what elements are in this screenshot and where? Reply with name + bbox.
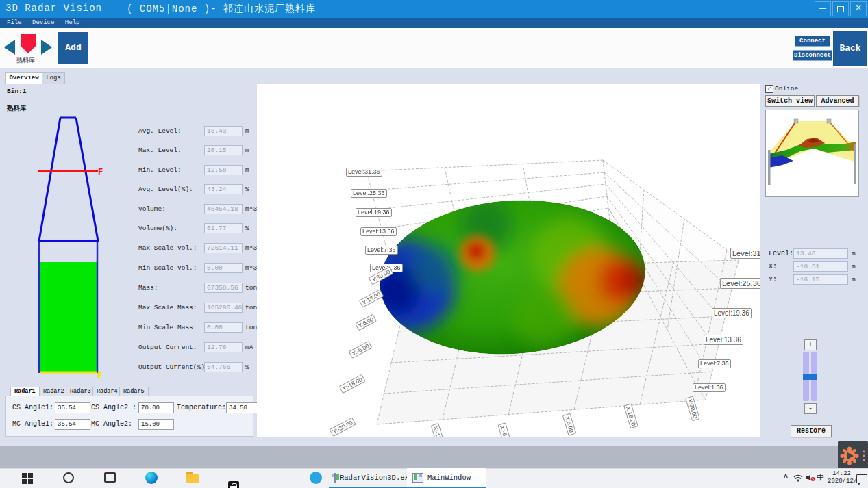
level-label: Level:1.36: [693, 383, 726, 392]
cs-angle2-label: CS Angle2 :: [91, 404, 136, 411]
mc-angle2-field[interactable]: 15.00: [138, 419, 174, 430]
recorder-widget[interactable]: [838, 441, 868, 471]
cursor-x-label: X:: [769, 263, 777, 270]
menu-file[interactable]: File: [7, 18, 22, 28]
restore-button[interactable]: [832, 1, 849, 16]
volume-muted-icon[interactable]: [806, 474, 815, 488]
stat-label: Output Current(%):: [138, 363, 209, 371]
clock[interactable]: 14:22 2020/12/7: [828, 470, 851, 488]
clock-date: 2020/12/7: [828, 478, 851, 485]
stat-unit: ton: [245, 324, 257, 331]
stat-value: 46454.18: [204, 204, 243, 214]
tab-radar5[interactable]: Radar5: [119, 387, 149, 396]
stat-value: 12.76: [204, 342, 243, 352]
mc-angle1-label: MC Angle1:: [12, 420, 53, 428]
stat-label: Avg. Level:: [138, 127, 182, 135]
switch-view-button[interactable]: Switch view: [765, 95, 815, 107]
toolbar: [0, 28, 868, 68]
app-window-icon: [334, 473, 336, 483]
restore-view-button[interactable]: Restore: [791, 425, 832, 437]
surface-plot-3d[interactable]: Level:31.36 Level:25.36 Level:19.36 Leve…: [257, 84, 760, 437]
stat-value: 72614.11: [204, 243, 243, 253]
cursor-level-unit: m: [852, 250, 856, 257]
stat-label: Output Current:: [138, 344, 197, 351]
prev-bin-arrow-icon[interactable]: [4, 40, 15, 55]
level-label: Level:31.36: [346, 168, 382, 177]
stat-unit: m^3: [245, 205, 257, 213]
zoom-slider-handle[interactable]: [803, 374, 817, 380]
silo-icon-label: 熟料库: [16, 56, 35, 65]
start-icon[interactable]: [22, 473, 33, 484]
disconnect-button[interactable]: Disconnect: [793, 50, 832, 61]
full-mark: F: [98, 168, 103, 177]
level-label: Level:25.36: [351, 189, 387, 198]
bin-name: 熟料库: [7, 104, 27, 113]
ime-indicator[interactable]: 中: [817, 468, 824, 488]
stat-unit: m: [245, 127, 249, 135]
stat-value: 54.766: [204, 362, 243, 372]
taskbar-button-radarvision[interactable]: RadarVision3D.ex...: [329, 468, 414, 488]
stat-value: 61.77: [204, 223, 243, 233]
tray-expand-icon[interactable]: ^: [781, 468, 791, 488]
stat-label: Volume:: [138, 205, 166, 213]
advanced-button[interactable]: Advanced: [816, 95, 859, 107]
cs-angle1-field[interactable]: 35.54: [55, 402, 90, 413]
stat-value: 0.00: [204, 322, 243, 333]
stat-unit: m: [245, 166, 249, 174]
recorder-sun-icon: [838, 441, 868, 471]
back-button[interactable]: Back: [833, 31, 867, 66]
level-label: Level:13.36: [360, 227, 397, 236]
screen: 3D Radar Vision ( COM5|None )- 祁连山水泥厂熟料库…: [0, 0, 868, 488]
stat-value: 20.15: [204, 145, 243, 155]
tab-radar1[interactable]: Radar1: [10, 387, 40, 396]
stat-unit: mA: [245, 344, 253, 351]
level-label: Level:13.36: [704, 335, 743, 345]
online-checkbox[interactable]: ✓: [765, 85, 773, 93]
store-icon[interactable]: [228, 481, 239, 488]
cursor-x-value: -18.51: [793, 261, 848, 272]
cs-angle2-field[interactable]: 70.00: [138, 402, 174, 413]
tab-radar4[interactable]: Radar4: [92, 387, 122, 396]
tab-radar2[interactable]: Radar2: [39, 387, 69, 396]
radar-groupbox: [5, 396, 253, 437]
cursor-level-label: Level:: [769, 250, 793, 257]
add-button[interactable]: Add: [58, 32, 88, 64]
stat-value: 0.00: [204, 263, 243, 273]
edge-browser-icon[interactable]: [145, 472, 158, 484]
mc-angle2-label: MC Angle2:: [91, 420, 132, 428]
menu-bar: File Device Help: [0, 18, 868, 28]
minimize-button[interactable]: —: [815, 1, 831, 16]
cursor-y-value: -16.15: [793, 274, 848, 285]
tab-overview[interactable]: Overview: [5, 72, 42, 84]
close-button[interactable]: ✕: [850, 1, 867, 16]
stat-label: Volume(%):: [138, 224, 177, 232]
wifi-icon[interactable]: [793, 474, 803, 488]
stat-unit: m^3: [245, 244, 257, 252]
file-explorer-icon[interactable]: [186, 474, 199, 483]
zoom-in-button[interactable]: +: [804, 339, 817, 350]
zoom-out-button[interactable]: -: [804, 403, 817, 414]
stat-label: Max Scale Vol.:: [138, 244, 197, 252]
tab-radar3[interactable]: Radar3: [66, 387, 95, 396]
tab-logs[interactable]: Logs: [42, 72, 65, 84]
stat-value: 105290.46: [204, 303, 243, 313]
menu-help[interactable]: Help: [65, 18, 80, 28]
level-label: Level:31.36: [730, 248, 760, 259]
cursor-y-label: Y:: [769, 276, 777, 283]
connect-button[interactable]: Connect: [795, 36, 830, 47]
next-bin-arrow-icon[interactable]: [41, 40, 52, 55]
menu-device[interactable]: Device: [32, 18, 54, 28]
search-icon[interactable]: [63, 472, 74, 483]
stat-label: Max. Level:: [138, 146, 182, 154]
section-view-graphic: [766, 110, 858, 196]
notification-center-icon[interactable]: [856, 474, 867, 488]
task-view-icon[interactable]: [104, 472, 116, 483]
mc-angle1-field[interactable]: 35.54: [55, 419, 90, 430]
taskbar-button-mainwindow[interactable]: MainWindow: [407, 468, 486, 488]
internet-explorer-icon[interactable]: [310, 472, 322, 484]
stat-label: Min Scale Mass:: [138, 324, 197, 331]
level-label: Level:7.36: [698, 359, 731, 368]
stat-unit: %: [245, 185, 249, 193]
level-label: Level:25.36: [720, 278, 760, 289]
stat-unit: ton: [245, 284, 257, 292]
